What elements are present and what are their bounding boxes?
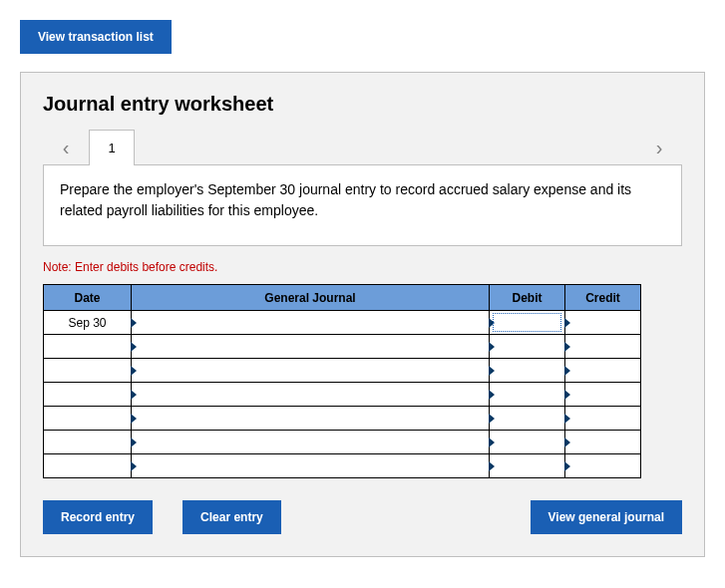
debit-cell[interactable] <box>490 359 565 383</box>
credit-cell[interactable] <box>565 431 641 454</box>
dropdown-icon <box>489 414 495 424</box>
dropdown-icon <box>489 390 495 400</box>
table-row <box>44 359 641 383</box>
debit-cell[interactable] <box>490 454 565 478</box>
clear-entry-button[interactable]: Clear entry <box>182 500 281 534</box>
chevron-right-icon[interactable]: › <box>636 130 682 165</box>
tab-1[interactable]: 1 <box>89 130 135 165</box>
table-row <box>44 383 641 407</box>
dropdown-icon <box>564 342 570 352</box>
debit-cell[interactable] <box>490 431 565 454</box>
debit-cell[interactable] <box>490 335 565 359</box>
debit-cell[interactable] <box>490 407 565 431</box>
tab-row: ‹ 1 › <box>43 130 682 165</box>
general-journal-cell[interactable] <box>132 311 490 335</box>
instruction-box: Prepare the employer's September 30 jour… <box>43 164 682 246</box>
date-cell[interactable] <box>44 383 132 407</box>
general-journal-cell[interactable] <box>132 383 490 407</box>
credit-cell[interactable] <box>565 335 641 359</box>
dropdown-icon <box>131 366 137 376</box>
dropdown-icon <box>131 461 137 471</box>
credit-cell[interactable] <box>565 359 641 383</box>
cell-focus-indicator <box>493 313 561 332</box>
date-cell[interactable] <box>44 335 132 359</box>
dropdown-icon <box>564 318 570 328</box>
general-journal-cell[interactable] <box>132 431 490 454</box>
record-entry-button[interactable]: Record entry <box>43 500 153 534</box>
debit-cell[interactable] <box>490 311 565 335</box>
date-cell[interactable] <box>44 431 132 454</box>
dropdown-icon <box>564 366 570 376</box>
credit-cell[interactable] <box>565 454 641 478</box>
header-debit: Debit <box>490 285 565 311</box>
dropdown-icon <box>564 438 570 447</box>
date-cell[interactable] <box>44 359 132 383</box>
header-date: Date <box>44 285 132 311</box>
header-credit: Credit <box>565 285 641 311</box>
dropdown-icon <box>489 366 495 376</box>
dropdown-icon <box>131 438 137 447</box>
panel-title: Journal entry worksheet <box>43 93 682 116</box>
journal-table: Date General Journal Debit Credit Sep 30 <box>43 284 641 478</box>
general-journal-cell[interactable] <box>132 407 490 431</box>
dropdown-icon <box>131 318 137 328</box>
dropdown-icon <box>131 342 137 352</box>
dropdown-icon <box>564 461 570 471</box>
worksheet-panel: Journal entry worksheet ‹ 1 › Prepare th… <box>20 72 705 557</box>
header-gj: General Journal <box>132 285 490 311</box>
table-row <box>44 407 641 431</box>
date-cell[interactable]: Sep 30 <box>44 311 132 335</box>
credit-cell[interactable] <box>565 407 641 431</box>
table-row <box>44 335 641 359</box>
credit-cell[interactable] <box>565 383 641 407</box>
general-journal-cell[interactable] <box>132 359 490 383</box>
dropdown-icon <box>564 414 570 424</box>
dropdown-icon <box>489 438 495 447</box>
dropdown-icon <box>131 414 137 424</box>
general-journal-cell[interactable] <box>132 335 490 359</box>
dropdown-icon <box>564 390 570 400</box>
action-row: Record entry Clear entry View general jo… <box>43 500 682 534</box>
view-transaction-list-button[interactable]: View transaction list <box>20 20 172 54</box>
dropdown-icon <box>489 461 495 471</box>
note-text: Note: Enter debits before credits. <box>43 260 682 274</box>
table-row <box>44 454 641 478</box>
dropdown-icon <box>131 390 137 400</box>
date-cell[interactable] <box>44 454 132 478</box>
dropdown-icon <box>489 342 495 352</box>
table-row <box>44 431 641 454</box>
view-general-journal-button[interactable]: View general journal <box>531 500 682 534</box>
debit-cell[interactable] <box>490 383 565 407</box>
credit-cell[interactable] <box>565 311 641 335</box>
chevron-left-icon[interactable]: ‹ <box>43 130 89 165</box>
table-row: Sep 30 <box>44 311 641 335</box>
general-journal-cell[interactable] <box>132 454 490 478</box>
date-cell[interactable] <box>44 407 132 431</box>
